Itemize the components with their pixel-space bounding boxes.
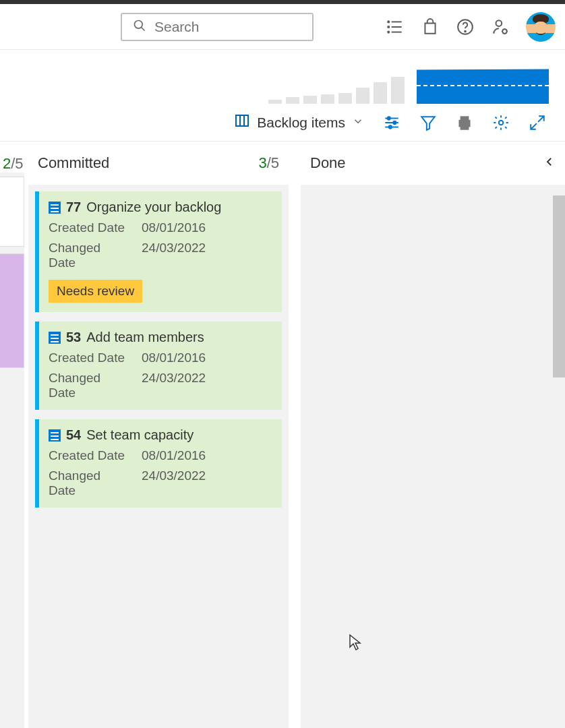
velocity-bar: [338, 93, 352, 104]
svg-point-21: [389, 125, 392, 128]
search-icon: [133, 19, 146, 35]
kanban-board: 2/5 Committed 3/5 77Organize your backlo…: [0, 142, 565, 728]
svg-marker-22: [421, 117, 435, 130]
svg-line-27: [538, 116, 544, 122]
velocity-bar: [268, 100, 282, 104]
work-item-id: 53: [66, 330, 81, 345]
svg-line-28: [531, 123, 537, 129]
created-date-value: 08/01/2016: [142, 351, 206, 365]
work-item-card[interactable]: 53Add team membersCreated Date08/01/2016…: [35, 322, 282, 410]
work-item-id: 54: [66, 427, 81, 443]
changed-date-label: Changed Date: [49, 241, 128, 270]
svg-point-10: [496, 20, 502, 26]
changed-date-value: 24/03/2022: [142, 371, 206, 400]
burndown-chart[interactable]: [417, 66, 549, 104]
collapse-done-icon[interactable]: [543, 154, 556, 172]
changed-date-label: Changed Date: [49, 371, 128, 400]
done-title: Done: [310, 154, 346, 172]
fullscreen-icon[interactable]: [529, 114, 546, 131]
shopping-bag-icon[interactable]: [421, 18, 440, 36]
done-header: Done: [301, 142, 565, 185]
filter-icon[interactable]: [419, 114, 437, 131]
velocity-bar: [286, 97, 299, 104]
changed-date-label: Changed Date: [49, 468, 128, 498]
backlog-level-label: Backlog items: [257, 115, 345, 131]
done-body[interactable]: [301, 185, 565, 728]
svg-point-19: [388, 117, 390, 119]
svg-point-6: [388, 26, 389, 27]
committed-wip: 3/5: [258, 154, 279, 172]
committed-header: Committed 3/5: [28, 142, 289, 185]
help-icon[interactable]: [456, 18, 475, 36]
avatar[interactable]: [526, 12, 556, 42]
changed-date-value: 24/03/2022: [142, 241, 206, 270]
work-item-title: Set team capacity: [86, 427, 194, 443]
topbar: [0, 4, 565, 50]
svg-point-26: [499, 120, 504, 125]
changed-date-value: 24/03/2022: [142, 468, 206, 498]
svg-point-9: [465, 30, 466, 32]
svg-rect-13: [237, 116, 239, 125]
board-grid-icon: [234, 113, 250, 132]
svg-point-20: [393, 121, 396, 123]
svg-rect-25: [461, 125, 469, 129]
committed-title: Committed: [38, 154, 109, 172]
created-date-label: Created Date: [49, 220, 128, 235]
velocity-bar: [391, 77, 405, 104]
created-date-value: 08/01/2016: [142, 220, 206, 235]
vertical-scrollbar[interactable]: [553, 195, 565, 377]
prev-column-wip: 2/5: [0, 142, 24, 173]
pbi-icon: [49, 429, 61, 442]
settings-sliders-icon[interactable]: [383, 114, 400, 131]
velocity-bar: [356, 88, 369, 104]
svg-rect-24: [461, 117, 469, 119]
svg-line-1: [142, 27, 145, 30]
search-input[interactable]: [154, 19, 331, 35]
svg-rect-14: [241, 116, 243, 125]
column-committed: Committed 3/5 77Organize your backlogCre…: [28, 142, 289, 728]
svg-point-7: [388, 31, 389, 32]
svg-rect-15: [245, 116, 247, 125]
velocity-bar: [303, 96, 317, 104]
work-item-title: Add team members: [86, 330, 204, 345]
svg-point-0: [135, 20, 143, 28]
partial-card-2[interactable]: [0, 253, 24, 368]
velocity-bar: [374, 82, 387, 104]
partial-card-1[interactable]: [0, 177, 24, 247]
velocity-bar: [321, 94, 334, 104]
pbi-icon: [49, 202, 61, 214]
chevron-down-icon: [352, 115, 364, 131]
created-date-label: Created Date: [49, 351, 128, 365]
work-item-card[interactable]: 54Set team capacityCreated Date08/01/201…: [35, 419, 282, 508]
card-tag[interactable]: Needs review: [49, 280, 142, 303]
print-icon[interactable]: [456, 114, 473, 131]
column-done: Done: [301, 142, 565, 728]
gear-icon[interactable]: [492, 114, 510, 131]
backlog-level-selector[interactable]: Backlog items: [234, 113, 364, 132]
chart-strip: [0, 50, 565, 104]
search-box[interactable]: [121, 13, 314, 41]
work-item-card[interactable]: 77Organize your backlogCreated Date08/01…: [35, 191, 282, 312]
prev-column-body: [0, 173, 24, 728]
created-date-label: Created Date: [49, 448, 128, 463]
committed-body[interactable]: 77Organize your backlogCreated Date08/01…: [28, 185, 289, 728]
work-item-title: Organize your backlog: [86, 200, 221, 215]
column-previous-partial: 2/5: [0, 142, 28, 728]
list-icon[interactable]: [386, 18, 405, 36]
svg-point-5: [388, 21, 389, 22]
velocity-bars[interactable]: [268, 66, 405, 104]
work-item-id: 77: [66, 200, 81, 215]
created-date-value: 08/01/2016: [142, 448, 206, 463]
view-toolbar: Backlog items: [0, 104, 565, 142]
pbi-icon: [49, 332, 61, 344]
user-settings-icon[interactable]: [491, 18, 510, 36]
